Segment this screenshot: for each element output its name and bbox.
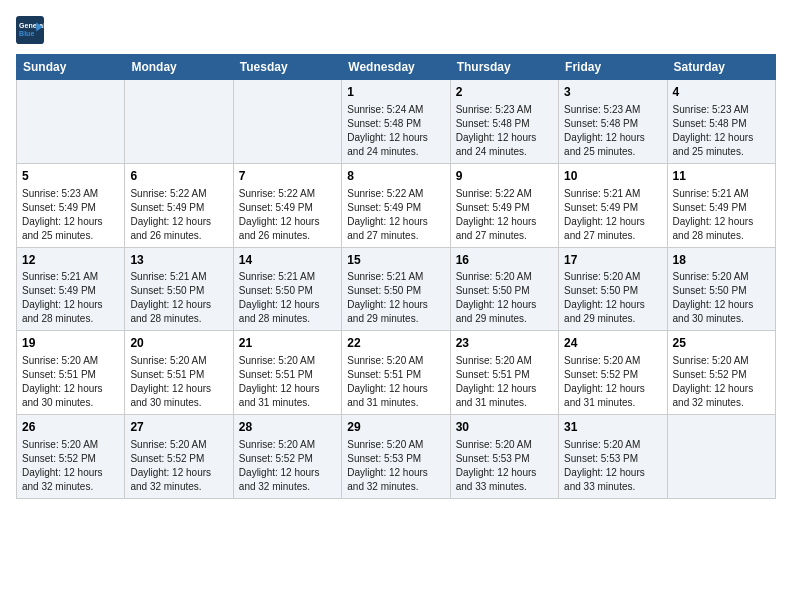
day-info: Sunrise: 5:20 AM Sunset: 5:53 PM Dayligh… <box>456 438 553 494</box>
day-number: 18 <box>673 252 770 269</box>
svg-text:Blue: Blue <box>19 30 34 37</box>
day-number: 10 <box>564 168 661 185</box>
calendar-cell <box>125 80 233 164</box>
day-number: 6 <box>130 168 227 185</box>
day-number: 20 <box>130 335 227 352</box>
weekday-header-tuesday: Tuesday <box>233 55 341 80</box>
day-number: 24 <box>564 335 661 352</box>
day-info: Sunrise: 5:20 AM Sunset: 5:52 PM Dayligh… <box>239 438 336 494</box>
week-row-1: 1Sunrise: 5:24 AM Sunset: 5:48 PM Daylig… <box>17 80 776 164</box>
day-number: 1 <box>347 84 444 101</box>
calendar-cell: 30Sunrise: 5:20 AM Sunset: 5:53 PM Dayli… <box>450 415 558 499</box>
calendar-cell: 22Sunrise: 5:20 AM Sunset: 5:51 PM Dayli… <box>342 331 450 415</box>
day-number: 5 <box>22 168 119 185</box>
calendar-cell: 3Sunrise: 5:23 AM Sunset: 5:48 PM Daylig… <box>559 80 667 164</box>
calendar-cell: 5Sunrise: 5:23 AM Sunset: 5:49 PM Daylig… <box>17 163 125 247</box>
weekday-header-saturday: Saturday <box>667 55 775 80</box>
calendar-cell: 9Sunrise: 5:22 AM Sunset: 5:49 PM Daylig… <box>450 163 558 247</box>
calendar-cell: 27Sunrise: 5:20 AM Sunset: 5:52 PM Dayli… <box>125 415 233 499</box>
day-info: Sunrise: 5:21 AM Sunset: 5:50 PM Dayligh… <box>130 270 227 326</box>
calendar-cell <box>233 80 341 164</box>
day-number: 14 <box>239 252 336 269</box>
calendar-cell <box>667 415 775 499</box>
calendar-cell: 4Sunrise: 5:23 AM Sunset: 5:48 PM Daylig… <box>667 80 775 164</box>
calendar-table: SundayMondayTuesdayWednesdayThursdayFrid… <box>16 54 776 499</box>
day-number: 2 <box>456 84 553 101</box>
day-info: Sunrise: 5:20 AM Sunset: 5:51 PM Dayligh… <box>347 354 444 410</box>
day-info: Sunrise: 5:21 AM Sunset: 5:49 PM Dayligh… <box>673 187 770 243</box>
day-info: Sunrise: 5:20 AM Sunset: 5:51 PM Dayligh… <box>130 354 227 410</box>
day-number: 31 <box>564 419 661 436</box>
calendar-cell: 12Sunrise: 5:21 AM Sunset: 5:49 PM Dayli… <box>17 247 125 331</box>
day-info: Sunrise: 5:20 AM Sunset: 5:52 PM Dayligh… <box>673 354 770 410</box>
day-info: Sunrise: 5:21 AM Sunset: 5:49 PM Dayligh… <box>22 270 119 326</box>
day-info: Sunrise: 5:23 AM Sunset: 5:48 PM Dayligh… <box>564 103 661 159</box>
day-info: Sunrise: 5:24 AM Sunset: 5:48 PM Dayligh… <box>347 103 444 159</box>
calendar-cell: 31Sunrise: 5:20 AM Sunset: 5:53 PM Dayli… <box>559 415 667 499</box>
day-info: Sunrise: 5:21 AM Sunset: 5:50 PM Dayligh… <box>347 270 444 326</box>
calendar-cell: 16Sunrise: 5:20 AM Sunset: 5:50 PM Dayli… <box>450 247 558 331</box>
calendar-cell: 25Sunrise: 5:20 AM Sunset: 5:52 PM Dayli… <box>667 331 775 415</box>
calendar-cell: 8Sunrise: 5:22 AM Sunset: 5:49 PM Daylig… <box>342 163 450 247</box>
day-number: 12 <box>22 252 119 269</box>
day-number: 29 <box>347 419 444 436</box>
day-info: Sunrise: 5:20 AM Sunset: 5:50 PM Dayligh… <box>673 270 770 326</box>
day-info: Sunrise: 5:20 AM Sunset: 5:52 PM Dayligh… <box>22 438 119 494</box>
day-number: 17 <box>564 252 661 269</box>
day-number: 28 <box>239 419 336 436</box>
day-info: Sunrise: 5:20 AM Sunset: 5:50 PM Dayligh… <box>564 270 661 326</box>
day-info: Sunrise: 5:22 AM Sunset: 5:49 PM Dayligh… <box>239 187 336 243</box>
day-info: Sunrise: 5:22 AM Sunset: 5:49 PM Dayligh… <box>130 187 227 243</box>
calendar-cell: 6Sunrise: 5:22 AM Sunset: 5:49 PM Daylig… <box>125 163 233 247</box>
day-info: Sunrise: 5:20 AM Sunset: 5:53 PM Dayligh… <box>564 438 661 494</box>
calendar-cell: 24Sunrise: 5:20 AM Sunset: 5:52 PM Dayli… <box>559 331 667 415</box>
day-info: Sunrise: 5:20 AM Sunset: 5:51 PM Dayligh… <box>456 354 553 410</box>
day-number: 16 <box>456 252 553 269</box>
weekday-header-monday: Monday <box>125 55 233 80</box>
day-number: 19 <box>22 335 119 352</box>
calendar-cell: 1Sunrise: 5:24 AM Sunset: 5:48 PM Daylig… <box>342 80 450 164</box>
day-info: Sunrise: 5:22 AM Sunset: 5:49 PM Dayligh… <box>456 187 553 243</box>
calendar-cell: 19Sunrise: 5:20 AM Sunset: 5:51 PM Dayli… <box>17 331 125 415</box>
calendar-cell: 7Sunrise: 5:22 AM Sunset: 5:49 PM Daylig… <box>233 163 341 247</box>
day-number: 8 <box>347 168 444 185</box>
calendar-cell: 15Sunrise: 5:21 AM Sunset: 5:50 PM Dayli… <box>342 247 450 331</box>
day-info: Sunrise: 5:21 AM Sunset: 5:50 PM Dayligh… <box>239 270 336 326</box>
week-row-4: 19Sunrise: 5:20 AM Sunset: 5:51 PM Dayli… <box>17 331 776 415</box>
calendar-cell <box>17 80 125 164</box>
day-number: 27 <box>130 419 227 436</box>
day-info: Sunrise: 5:20 AM Sunset: 5:52 PM Dayligh… <box>564 354 661 410</box>
day-info: Sunrise: 5:21 AM Sunset: 5:49 PM Dayligh… <box>564 187 661 243</box>
day-info: Sunrise: 5:23 AM Sunset: 5:49 PM Dayligh… <box>22 187 119 243</box>
calendar-cell: 2Sunrise: 5:23 AM Sunset: 5:48 PM Daylig… <box>450 80 558 164</box>
day-number: 4 <box>673 84 770 101</box>
calendar-cell: 18Sunrise: 5:20 AM Sunset: 5:50 PM Dayli… <box>667 247 775 331</box>
day-number: 30 <box>456 419 553 436</box>
day-info: Sunrise: 5:20 AM Sunset: 5:50 PM Dayligh… <box>456 270 553 326</box>
day-info: Sunrise: 5:22 AM Sunset: 5:49 PM Dayligh… <box>347 187 444 243</box>
day-number: 7 <box>239 168 336 185</box>
calendar-cell: 26Sunrise: 5:20 AM Sunset: 5:52 PM Dayli… <box>17 415 125 499</box>
day-number: 23 <box>456 335 553 352</box>
day-number: 22 <box>347 335 444 352</box>
calendar-cell: 28Sunrise: 5:20 AM Sunset: 5:52 PM Dayli… <box>233 415 341 499</box>
weekday-header-friday: Friday <box>559 55 667 80</box>
weekday-header-sunday: Sunday <box>17 55 125 80</box>
calendar-cell: 23Sunrise: 5:20 AM Sunset: 5:51 PM Dayli… <box>450 331 558 415</box>
calendar-header: SundayMondayTuesdayWednesdayThursdayFrid… <box>17 55 776 80</box>
week-row-5: 26Sunrise: 5:20 AM Sunset: 5:52 PM Dayli… <box>17 415 776 499</box>
calendar-cell: 29Sunrise: 5:20 AM Sunset: 5:53 PM Dayli… <box>342 415 450 499</box>
day-info: Sunrise: 5:20 AM Sunset: 5:51 PM Dayligh… <box>239 354 336 410</box>
calendar-cell: 21Sunrise: 5:20 AM Sunset: 5:51 PM Dayli… <box>233 331 341 415</box>
day-info: Sunrise: 5:20 AM Sunset: 5:53 PM Dayligh… <box>347 438 444 494</box>
logo: General Blue <box>16 16 44 44</box>
weekday-row: SundayMondayTuesdayWednesdayThursdayFrid… <box>17 55 776 80</box>
logo-icon: General Blue <box>16 16 44 44</box>
calendar-cell: 10Sunrise: 5:21 AM Sunset: 5:49 PM Dayli… <box>559 163 667 247</box>
calendar-body: 1Sunrise: 5:24 AM Sunset: 5:48 PM Daylig… <box>17 80 776 499</box>
calendar-cell: 20Sunrise: 5:20 AM Sunset: 5:51 PM Dayli… <box>125 331 233 415</box>
day-info: Sunrise: 5:23 AM Sunset: 5:48 PM Dayligh… <box>673 103 770 159</box>
day-number: 9 <box>456 168 553 185</box>
calendar-cell: 13Sunrise: 5:21 AM Sunset: 5:50 PM Dayli… <box>125 247 233 331</box>
day-info: Sunrise: 5:20 AM Sunset: 5:51 PM Dayligh… <box>22 354 119 410</box>
